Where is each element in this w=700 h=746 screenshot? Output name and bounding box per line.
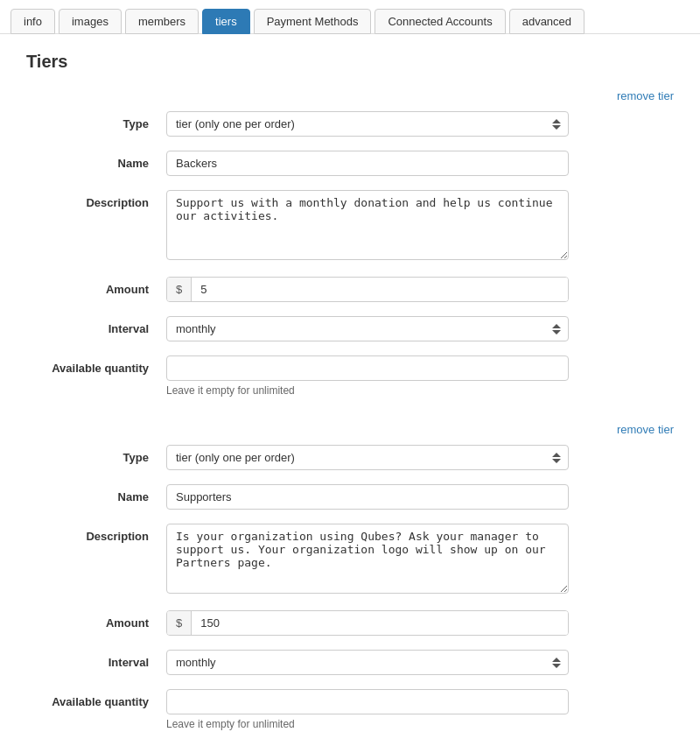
tier-2-description-row: Description Is your organization using Q… [26,524,674,596]
remove-tier-1-link[interactable]: remove tier [26,89,674,102]
tier-2-amount-input[interactable] [192,611,568,635]
tier-1-name-input[interactable] [166,151,569,176]
tier-1-description-row: Description Support us with a monthly do… [26,190,674,263]
tier-block-2: remove tier Type tier (only one per orde… [26,423,674,730]
tier-2-amount-label: Amount [26,610,166,630]
tier-1-quantity-input[interactable] [166,355,569,381]
remove-tier-2-link[interactable]: remove tier [26,423,674,436]
tier-1-amount-label: Amount [26,277,166,296]
tier-2-quantity-input[interactable] [166,689,569,714]
tabs-bar: info images members tiers Payment Method… [0,0,700,34]
tier-2-interval-row: Interval monthly yearly one-time [26,650,674,675]
tier-2-quantity-control: Leave it empty for unlimited [166,689,569,730]
tier-1-name-control [166,151,569,176]
tier-1-currency-symbol: $ [167,278,192,301]
tier-2-name-label: Name [26,484,166,503]
tier-1-description-textarea[interactable]: Support us with a monthly donation and h… [166,190,569,260]
tier-2-quantity-hint: Leave it empty for unlimited [166,718,569,730]
tier-1-type-select[interactable]: tier (only one per order) membership tic… [166,111,569,137]
tier-2-interval-control: monthly yearly one-time [166,650,569,675]
tier-1-interval-label: Interval [26,316,166,335]
tier-1-quantity-control: Leave it empty for unlimited [166,355,569,397]
tier-1-amount-wrap: $ [166,277,569,302]
tier-1-amount-row: Amount $ [26,277,674,302]
tab-advanced[interactable]: advanced [509,9,584,34]
tier-2-type-control: tier (only one per order) membership tic… [166,445,569,470]
tier-2-type-row: Type tier (only one per order) membershi… [26,445,674,470]
tier-1-interval-select[interactable]: monthly yearly one-time [166,316,569,341]
tier-2-description-label: Description [26,524,166,543]
tier-1-quantity-hint: Leave it empty for unlimited [166,384,569,397]
tier-2-type-select[interactable]: tier (only one per order) membership tic… [166,445,569,470]
tier-1-name-row: Name [26,151,674,176]
tier-1-name-label: Name [26,151,166,170]
tier-2-description-control: Is your organization using Qubes? Ask yo… [166,524,569,596]
tab-connected-accounts[interactable]: Connected Accounts [374,9,505,34]
tier-1-type-label: Type [26,111,166,130]
tier-2-name-control [166,484,569,510]
tier-1-type-control: tier (only one per order) membership tic… [166,111,569,137]
tab-members[interactable]: members [125,9,199,34]
tier-2-quantity-label: Available quantity [26,689,166,708]
tab-images[interactable]: images [59,9,122,34]
tab-info[interactable]: info [10,9,55,34]
tier-2-interval-select[interactable]: monthly yearly one-time [166,650,569,675]
tier-2-interval-label: Interval [26,650,166,669]
tier-1-amount-control: $ [166,277,569,302]
tier-1-type-row: Type tier (only one per order) membershi… [26,111,674,137]
tier-2-name-row: Name [26,484,674,510]
tier-2-type-label: Type [26,445,166,464]
tier-2-description-textarea[interactable]: Is your organization using Qubes? Ask yo… [166,524,569,594]
tier-2-currency-symbol: $ [167,611,192,635]
tab-tiers[interactable]: tiers [202,9,250,34]
tier-1-quantity-label: Available quantity [26,355,166,375]
tab-payment-methods[interactable]: Payment Methods [254,9,372,34]
tier-1-amount-input[interactable] [192,278,568,301]
tier-1-interval-control: monthly yearly one-time [166,316,569,341]
tier-2-amount-wrap: $ [166,610,569,636]
tier-2-name-input[interactable] [166,484,569,510]
tier-1-description-label: Description [26,190,166,209]
tier-1-quantity-row: Available quantity Leave it empty for un… [26,355,674,397]
tier-block-1: remove tier Type tier (only one per orde… [26,89,674,397]
tier-2-amount-row: Amount $ [26,610,674,636]
tier-1-interval-row: Interval monthly yearly one-time [26,316,674,341]
tier-2-amount-control: $ [166,610,569,636]
tier-2-quantity-row: Available quantity Leave it empty for un… [26,689,674,730]
page-title: Tiers [26,52,674,72]
main-content: Tiers remove tier Type tier (only one pe… [0,34,700,746]
tier-1-description-control: Support us with a monthly donation and h… [166,190,569,263]
